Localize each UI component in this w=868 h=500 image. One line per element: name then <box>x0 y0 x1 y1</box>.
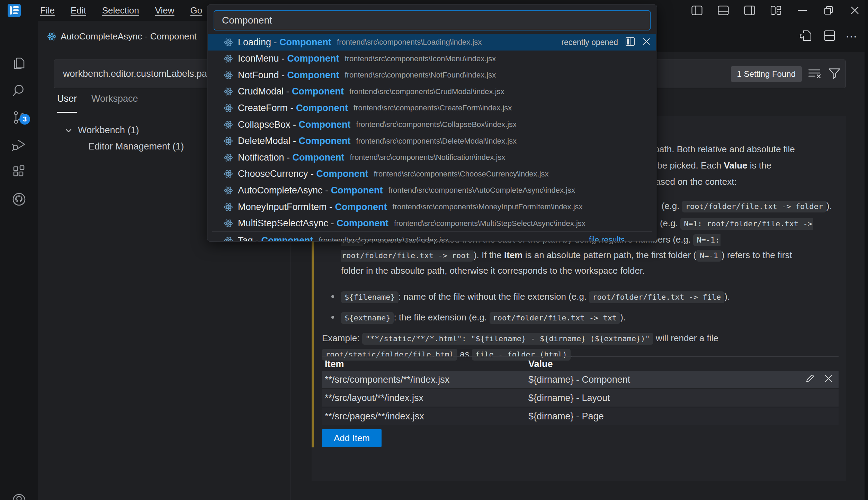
code-chip: root/folder/file.txt -> root <box>341 250 474 262</box>
table-cell-value: ${dirname} - Component <box>528 374 630 385</box>
quick-open-item[interactable]: CrudModal - Componentfrontend\src\compon… <box>208 83 656 100</box>
quick-open-item[interactable]: DeleteModal - Componentfrontend\src\comp… <box>208 133 656 149</box>
quick-open-item-path: frontend\src\components\NotFound\index.j… <box>345 71 496 80</box>
quick-open-item[interactable]: Loading - Componentfrontend\src\componen… <box>208 34 656 51</box>
window-edge <box>865 0 868 500</box>
quick-open-item[interactable]: NotFound - Componentfrontend\src\compone… <box>208 67 656 83</box>
quick-open-item-name: IconMenu - <box>238 53 287 64</box>
close-window-button[interactable] <box>842 0 868 21</box>
scope-tab-user[interactable]: User <box>57 93 77 111</box>
quick-open-item-name: AutoCompleteAsync - <box>238 185 331 196</box>
menu-item-selection[interactable]: Selection <box>97 3 145 18</box>
clear-search-icon[interactable] <box>807 66 822 82</box>
quick-open-item-name: Notification - <box>238 152 293 163</box>
menu-item-edit[interactable]: Edit <box>65 3 92 18</box>
run-debug-icon[interactable] <box>0 131 38 158</box>
react-icon <box>224 71 233 80</box>
table-row[interactable]: **/src/components/**/index.jsx${dirname}… <box>322 371 839 388</box>
quick-open-item[interactable]: CollapseBox - Componentfrontend\src\comp… <box>208 116 656 133</box>
code-chip: root/folder/file.txt -> folder <box>682 201 826 212</box>
account-icon[interactable] <box>0 487 38 500</box>
quick-open-item[interactable]: Tag - Componentfrontend\src\components\T… <box>208 232 656 242</box>
restore-button[interactable] <box>815 0 842 21</box>
quick-open-item-name: MultiStepSelectAsync - <box>238 218 337 229</box>
code-chip: N=-1: <box>693 234 720 246</box>
quick-open-item-match: Component <box>331 185 383 196</box>
quick-open-item[interactable]: ChooseCurrency - Componentfrontend\src\c… <box>208 166 656 182</box>
quick-open-item-path: frontend\src\components\Notification\ind… <box>350 153 505 162</box>
quick-open-item-match: Component <box>335 202 387 212</box>
filter-icon[interactable] <box>827 66 841 82</box>
quick-open-item-match: Component <box>287 53 339 64</box>
more-actions-icon[interactable]: ⋯ <box>845 29 858 43</box>
vscode-logo-icon[interactable] <box>8 4 21 17</box>
edit-row-icon[interactable] <box>805 373 815 386</box>
quick-open-item[interactable]: Notification - Componentfrontend\src\com… <box>208 149 656 166</box>
toggle-secondary-sidebar-icon[interactable] <box>736 0 763 21</box>
quick-open-input[interactable]: Component <box>214 10 651 30</box>
scope-tab-workspace[interactable]: Workspace <box>91 93 138 111</box>
react-icon <box>224 153 233 162</box>
quick-open-input-value: Component <box>222 15 272 26</box>
table-row[interactable]: **/src/pages/**/index.jsx${dirname} - Pa… <box>322 408 839 425</box>
explorer-icon[interactable] <box>0 50 38 77</box>
menu-item-go[interactable]: Go <box>185 3 208 18</box>
menu-item-file[interactable]: File <box>35 3 60 18</box>
description-text: ). <box>620 312 626 322</box>
react-icon <box>224 219 233 228</box>
customize-layout-icon[interactable] <box>763 0 789 21</box>
quick-open-item-name: CollapseBox - <box>238 119 299 130</box>
github-icon[interactable] <box>0 186 38 213</box>
extensions-icon[interactable] <box>0 158 38 185</box>
quick-open-item[interactable]: CreateForm - Componentfrontend\src\compo… <box>208 100 656 116</box>
description-text: is an absolute pattern path, the first f… <box>523 250 697 260</box>
quick-open-item-match: Component <box>261 235 313 242</box>
code-chip: ${filename} <box>341 291 399 303</box>
code-chip: "**/static/**/*.html": "${filename} - ${… <box>362 333 653 345</box>
toc-row[interactable]: Workbench (1) <box>64 125 139 136</box>
description-text: ) refers to the first <box>722 250 792 260</box>
remove-from-recent-icon[interactable] <box>642 37 651 47</box>
table-header: Item Value <box>322 356 839 371</box>
add-item-button[interactable]: Add Item <box>322 429 382 447</box>
quick-open-item-path: frontend\src\components\CollapseBox\inde… <box>356 120 517 129</box>
react-icon <box>224 87 233 96</box>
toc-label: Editor Management (1) <box>88 141 184 152</box>
quick-open-item[interactable]: MoneyInputFormItem - Componentfrontend\s… <box>208 199 656 215</box>
menu-item-view[interactable]: View <box>150 3 180 18</box>
quick-open-item-path: frontend\src\components\MultiStepSelectA… <box>394 219 585 228</box>
search-icon[interactable] <box>0 77 38 104</box>
quick-open-item-path: frontend\src\components\CrudModal\index.… <box>349 87 504 96</box>
remove-row-icon[interactable] <box>824 374 833 385</box>
minimize-button[interactable] <box>789 0 815 21</box>
table-cell-item: **/src/pages/**/index.jsx <box>322 411 528 422</box>
source-control-icon[interactable]: 3 <box>0 104 38 131</box>
quick-open-item[interactable]: MultiStepSelectAsync - Componentfrontend… <box>208 215 656 232</box>
quick-open-item-actions <box>625 36 651 48</box>
quick-open-item-name: NotFound - <box>238 70 287 81</box>
open-to-side-icon[interactable] <box>625 36 635 48</box>
react-icon <box>224 202 233 212</box>
quick-open-item-name: DeleteModal - <box>238 136 299 146</box>
open-settings-json-icon[interactable] <box>798 28 814 45</box>
quick-open-item-name: Loading - <box>238 37 279 48</box>
table-cell-value: ${dirname} - Layout <box>528 393 610 403</box>
react-icon <box>224 136 233 146</box>
description-line: ${extname}: the file extension (e.g. roo… <box>341 309 846 325</box>
react-icon <box>224 169 233 179</box>
toc-row[interactable]: Editor Management (1) <box>88 141 184 152</box>
quick-open-item[interactable]: AutoCompleteAsync - Componentfrontend\sr… <box>208 182 656 199</box>
source-control-badge: 3 <box>19 114 30 125</box>
quick-open-item[interactable]: IconMenu - Componentfrontend\src\compone… <box>208 51 656 67</box>
quick-open-item-path: frontend\src\components\MoneyInputFormIt… <box>393 202 583 211</box>
toggle-panel-icon[interactable] <box>710 0 736 21</box>
table-header-value: Value <box>528 359 553 370</box>
split-editor-icon[interactable] <box>823 29 836 44</box>
bullet-icon <box>331 295 334 298</box>
file-results-label: file results <box>589 235 625 242</box>
react-icon <box>224 54 233 63</box>
description-line: Example: "**/static/**/*.html": "${filen… <box>322 330 846 346</box>
bullet-icon <box>331 316 334 319</box>
toggle-primary-sidebar-icon[interactable] <box>684 0 710 21</box>
table-row[interactable]: **/src/layout/**/index.jsx${dirname} - L… <box>322 389 839 407</box>
